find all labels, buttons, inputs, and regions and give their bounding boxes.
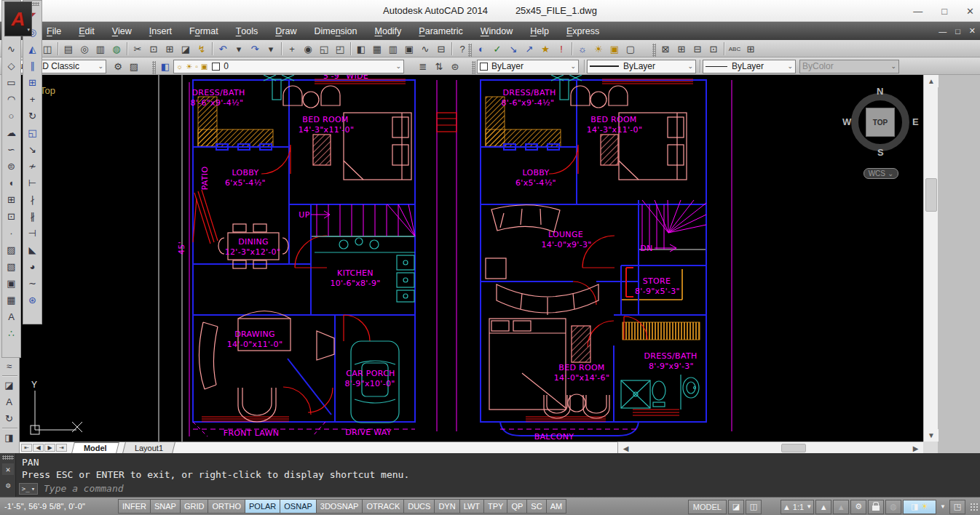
command-line-area[interactable]: ✕ ⚙ PANPress ESC or ENTER to exit, or ri… (0, 453, 980, 497)
tab-next-icon[interactable]: ▶ (44, 444, 55, 452)
explode-icon[interactable]: ⊛ (23, 292, 42, 308)
gradient-icon[interactable]: ▧ (2, 258, 20, 275)
circle-icon[interactable]: ○ (2, 108, 20, 124)
layer-freeze-icon[interactable]: ☼ (574, 41, 590, 56)
revcloud-icon[interactable]: ☁ (2, 124, 20, 141)
resize-grip[interactable] (970, 503, 979, 511)
menu-insert[interactable]: Insert (141, 22, 181, 40)
extend-icon[interactable]: ⊢ (23, 175, 42, 191)
layer-translate-icon[interactable]: ⊜ (447, 59, 463, 73)
workspace-settings-icon[interactable]: ⚙ (110, 59, 126, 73)
tab-last-icon[interactable]: ⇥ (56, 444, 67, 452)
copy-clip-icon[interactable]: ⊡ (146, 41, 162, 56)
menu-file[interactable]: File (38, 22, 70, 40)
menu-window[interactable]: Window (472, 22, 521, 40)
close-button[interactable]: ✕ (966, 6, 974, 17)
3ddwf-icon[interactable]: ◍ (108, 41, 125, 56)
command-customize-icon[interactable]: ⚙ (2, 479, 14, 491)
make-layer-current-icon[interactable]: ◐ (473, 41, 489, 56)
redo-icon[interactable]: ↷ (247, 41, 263, 56)
viewcube-east[interactable]: E (912, 116, 919, 127)
move-icon[interactable]: + (23, 91, 42, 108)
match-properties-icon[interactable]: ◪ (178, 41, 194, 56)
viewcube-top-face[interactable]: TOP (866, 108, 895, 137)
offset-icon[interactable]: ∥ (23, 57, 42, 74)
linetype-dropdown[interactable]: ByLayer ⌄ (587, 60, 696, 73)
arc-icon[interactable]: ◠ (2, 91, 20, 108)
pan-icon[interactable]: + (284, 41, 300, 56)
status-tray-icon[interactable]: ◍ (885, 500, 901, 514)
viewport-label[interactable]: Top (40, 85, 55, 96)
quickcalc-icon[interactable]: ⊟ (433, 41, 449, 56)
menu-format[interactable]: Format (181, 22, 227, 40)
text-to-front-icon[interactable]: ABC (727, 41, 743, 56)
ellipse-icon[interactable]: ⊜ (2, 158, 20, 175)
layer-previous-icon[interactable]: ≣ (415, 59, 431, 73)
annotation-visibility-icon[interactable]: ▲ (815, 500, 831, 514)
layer-match-icon[interactable]: ✓ (489, 41, 505, 56)
toggle-snap[interactable]: SNAP (150, 499, 180, 514)
plot-icon[interactable]: ▤ (60, 41, 76, 56)
layer-states-icon[interactable]: ⇅ (431, 59, 447, 73)
layer-unisolate-icon[interactable]: ! (553, 41, 569, 56)
annotation-scale-button[interactable]: ▲ 1:1 ▼ (781, 500, 814, 514)
viewcube[interactable]: N W E S TOP (851, 93, 909, 151)
quick-view-layouts-icon[interactable]: ◪ (728, 500, 744, 514)
vertical-scroll-thumb[interactable] (925, 178, 937, 212)
hatch-to-back-icon[interactable]: ⊞ (743, 41, 759, 56)
tab-first-icon[interactable]: ⇤ (21, 444, 32, 452)
toggle-am[interactable]: AM (546, 499, 567, 514)
toggle-3dosnap[interactable]: 3DOSNAP (316, 499, 363, 514)
table-icon[interactable]: ▦ (2, 292, 20, 308)
properties-icon[interactable]: ◧ (353, 41, 369, 56)
bring-above-icon[interactable]: ⊟ (689, 41, 706, 56)
dimension-edit-icon[interactable]: ◪ (0, 377, 18, 394)
zoom-realtime-icon[interactable]: ◉ (300, 41, 316, 56)
cut-icon[interactable]: ✂ (130, 41, 146, 56)
publish-icon[interactable]: ▥ (92, 41, 108, 56)
toggle-sc[interactable]: SC (526, 499, 545, 514)
insert-block-icon[interactable]: ⊞ (2, 191, 20, 208)
toggle-tpy[interactable]: TPY (483, 499, 507, 514)
toolbar-grip[interactable] (472, 61, 475, 74)
region-icon[interactable]: ▣ (2, 275, 20, 292)
command-grip[interactable] (2, 455, 14, 460)
toggle-polar[interactable]: POLAR (245, 499, 280, 514)
toggle-dyn[interactable]: DYN (434, 499, 459, 514)
status-menu-chevron-icon[interactable]: ▼ (938, 500, 948, 514)
designcenter-icon[interactable]: ▦ (369, 41, 385, 56)
sheetset-manager-icon[interactable]: ▣ (401, 41, 417, 56)
polyline-icon[interactable]: ∿ (2, 41, 20, 57)
doc-restore-button[interactable]: □ (955, 27, 960, 36)
quick-view-drawings-icon[interactable]: ◫ (746, 500, 762, 514)
vertical-scrollbar[interactable]: ▲ ▼ (923, 75, 938, 442)
menu-parametric[interactable]: Parametric (410, 22, 471, 40)
jogged-linear-icon[interactable]: ≈ (0, 358, 18, 375)
clean-screen-icon[interactable]: ◳ (949, 500, 965, 514)
menu-tools[interactable]: Tools (227, 22, 267, 40)
dimension-update-icon[interactable]: ↻ (0, 410, 18, 427)
dimension-text-edit-icon[interactable]: A (0, 394, 18, 410)
join-icon[interactable]: ⊣ (23, 225, 42, 241)
toggle-infer[interactable]: INFER (118, 499, 150, 514)
tab-model[interactable]: Model (71, 442, 119, 453)
point-cloud-icon[interactable]: ∴ (2, 325, 20, 342)
scale-icon[interactable]: ◱ (23, 124, 42, 141)
toggle-lwt[interactable]: LWT (459, 499, 483, 514)
toolbar-lock-icon[interactable] (868, 500, 884, 514)
plot-preview-icon[interactable]: ◎ (76, 41, 92, 56)
scroll-right-icon[interactable]: ▶ (909, 442, 922, 454)
menu-dimension[interactable]: Dimension (305, 22, 365, 40)
maximize-button[interactable]: □ (941, 6, 947, 17)
menu-draw[interactable]: Draw (266, 22, 305, 40)
command-prompt-icon[interactable]: >_▾ (19, 483, 38, 495)
markup-icon[interactable]: ∿ (417, 41, 433, 56)
toggle-otrack[interactable]: OTRACK (362, 499, 403, 514)
layer-isolate-icon[interactable]: ★ (537, 41, 553, 56)
make-block-icon[interactable]: ⊡ (2, 208, 20, 225)
layer-unlock-icon[interactable]: ▢ (623, 41, 639, 56)
tool-palettes-icon[interactable]: ▥ (385, 41, 401, 56)
toggle-ortho[interactable]: ORTHO (208, 499, 245, 514)
match-cell-icon[interactable]: ↯ (194, 41, 210, 56)
toggle-ducs[interactable]: DUCS (403, 499, 434, 514)
